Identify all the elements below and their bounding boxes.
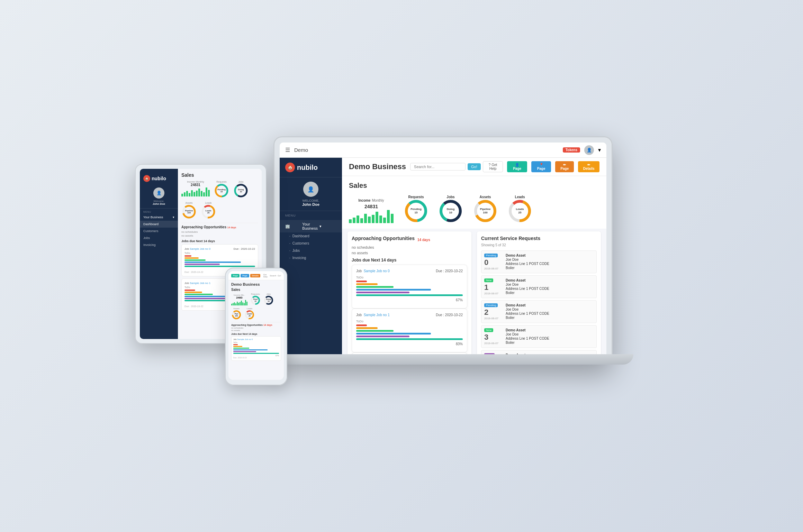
customers-label: Customers [292, 241, 309, 245]
phone-btn-orange[interactable]: Details [250, 274, 261, 277]
phone-p6 [233, 353, 279, 354]
phone-requests: Requests Pend15 [250, 293, 261, 305]
service-details: Demo Asset Joe Doe Address Lne 1 POST CO… [506, 328, 549, 345]
tablet-j1-p1 [184, 290, 195, 291]
sidebar: 🏠 nubilo 👤 Welcome, John Doe MENU [280, 158, 342, 361]
tablet-bar-chart [181, 187, 210, 196]
tablet-leads: Leads Leads25 [201, 202, 216, 219]
income-bar [376, 212, 378, 223]
tablet-menu-dashboard[interactable]: Dashboard [140, 221, 178, 228]
user-avatar[interactable]: 👤 [584, 145, 594, 155]
tablet-no-assets: no assets [181, 234, 258, 237]
leads-value: 25 [516, 211, 524, 214]
pending-value: 15 [410, 211, 422, 214]
pipeline-text: Pipeline [480, 208, 491, 211]
tablet-menu-customers[interactable]: Customers [140, 228, 178, 235]
tablet-j1-p2 [184, 292, 202, 293]
dashboard-label: Dashboard [292, 234, 309, 238]
service-status-badge: New [484, 278, 493, 282]
phone-bar [238, 303, 239, 305]
doing-text: Doing [447, 208, 455, 211]
sidebar-item-customers[interactable]: Customers [280, 240, 342, 247]
tablet-logo: 🏠 nubilo [140, 172, 178, 185]
phone-jobs-due: Jobs due Next 14 days [231, 333, 281, 335]
prog-bar [356, 327, 378, 329]
job-cards-container: Job Sample Job no 0 Due : 2020-10-22 ToD… [352, 265, 467, 361]
job-header: Job Sample Job no 1 Due : 2020-10-22 [356, 313, 463, 317]
job-card-0: Job Sample Job no 0 Due : 2020-10-22 ToD… [352, 265, 467, 309]
search-input[interactable] [410, 163, 466, 171]
service-item-3: New 3 2019-06-07 Demo Asset Joe Doe Addr… [481, 325, 597, 348]
asset-name: Demo Asset [506, 328, 549, 332]
requests-label: Requests [408, 195, 424, 199]
add-page-button[interactable]: 👤 Page [507, 161, 527, 172]
search-go-button[interactable]: Go! [468, 163, 481, 170]
phone-pending-donut: Pend15 [250, 295, 261, 305]
phone-no-schedules: no schedules [231, 327, 281, 329]
tablet-bar [198, 189, 200, 196]
tablet-menu-invoicing[interactable]: Invoicing [140, 241, 178, 248]
asset-type: Boiler [506, 266, 549, 270]
assets-label: Assets [480, 195, 491, 199]
service-status-col: Pending 0 2019-06-07 [484, 254, 502, 270]
sidebar-menu-label: MENU [280, 211, 342, 219]
income-bar [364, 214, 367, 223]
tablet-your-business[interactable]: Your Business ▾ [140, 214, 178, 221]
income-bar [368, 217, 371, 223]
tablet-prog4 [184, 262, 241, 263]
income-sublabel: Monthly [372, 199, 384, 202]
phone-bar [235, 303, 236, 305]
help-button[interactable]: ? Get Help [483, 161, 503, 172]
sidebar-section-header[interactable]: 🏢 Your Business ▾ [280, 220, 342, 232]
phone-job0-todo: ToDo [233, 341, 279, 343]
jobs-due-title: Jobs due Next 14 days [352, 258, 467, 263]
laptop-base [253, 354, 633, 365]
phone-jobs: Jobs Doing10 [263, 293, 274, 305]
opportunities-column: Approaching Opportunities 14 days no sch… [348, 231, 471, 361]
phone-btn-teal[interactable]: Page [231, 274, 240, 277]
phone-bar [241, 301, 242, 305]
income-bar [379, 215, 382, 223]
tablet-job1-label: Job Sample Job no 1 [184, 282, 210, 285]
income-chart [349, 209, 394, 223]
phone-doing-donut: Doing10 [263, 295, 274, 305]
details-button[interactable]: ✏ Details [578, 161, 599, 172]
content-area: Demo Business Go! ? Get Help 👤 Page 📍 Pa… [342, 158, 606, 361]
phone-p2 [233, 346, 242, 347]
jobs-label: Jobs [292, 249, 300, 253]
pending-donut: Pending 15 [404, 199, 428, 223]
chevron-down-icon: ▾ [598, 147, 601, 153]
service-status-badge: Pending [484, 303, 498, 307]
sidebar-item-dashboard[interactable]: Dashboard [280, 232, 342, 240]
map-page-button[interactable]: 📍 Page [531, 161, 551, 172]
logo-text: nubilo [297, 164, 318, 172]
prog-bar [356, 292, 409, 293]
service-count: Showing 5 of 32 [481, 243, 597, 247]
service-date: 2019-06-07 [484, 342, 498, 345]
jobs-label: Jobs [446, 195, 454, 199]
service-item-0: Pending 0 2019-06-07 Demo Asset Joe Doe … [481, 250, 597, 273]
no-schedules-text: no schedules [352, 245, 467, 249]
tokens-badge: Tokens [563, 147, 580, 153]
income-bar [383, 218, 386, 223]
tablet-bar [193, 192, 195, 196]
sidebar-item-invoicing[interactable]: Invoicing [280, 254, 342, 262]
phone-content: Demo Business Sales Income Mo.. 2483 Req… [228, 280, 284, 380]
pipeline-donut: Pipeline 100 [473, 199, 497, 223]
tablet-menu-jobs[interactable]: Jobs [140, 235, 178, 241]
job-progress-bars [356, 324, 463, 340]
phone-btn-blue[interactable]: Page [241, 274, 249, 277]
sidebar-item-jobs[interactable]: Jobs [280, 247, 342, 254]
pending-label: Pending 15 [410, 208, 422, 214]
asset-type: Boiler [506, 291, 549, 295]
tablet-bar [186, 191, 188, 196]
job-progress-bars [356, 281, 463, 296]
tablet-bar [201, 191, 202, 196]
tablet-stats: Income Monthly 24831 Requests [181, 181, 258, 198]
edit-page-button[interactable]: ✏ Page [555, 161, 574, 172]
service-requests-column: Current Service Requests Showing 5 of 32… [477, 231, 601, 361]
hamburger-icon[interactable]: ☰ [285, 147, 290, 153]
phone-p4 [233, 349, 268, 350]
address: Address Lne 1 POST CODE [506, 312, 549, 315]
phone-stats: Income Mo.. 2483 Requests Pend15 [231, 293, 281, 305]
